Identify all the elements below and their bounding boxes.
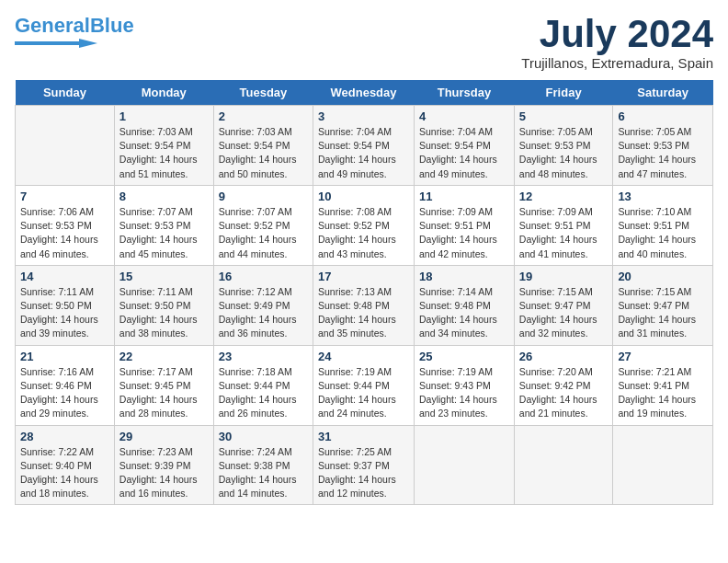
table-row: 31Sunrise: 7:25 AM Sunset: 9:37 PM Dayli… bbox=[313, 425, 415, 505]
day-info: Sunrise: 7:19 AM Sunset: 9:44 PM Dayligh… bbox=[318, 365, 409, 421]
table-row: 5Sunrise: 7:05 AM Sunset: 9:53 PM Daylig… bbox=[514, 106, 613, 186]
logo-general: General bbox=[15, 14, 90, 37]
day-info: Sunrise: 7:03 AM Sunset: 9:54 PM Dayligh… bbox=[219, 125, 308, 181]
day-info: Sunrise: 7:11 AM Sunset: 9:50 PM Dayligh… bbox=[20, 285, 109, 341]
day-info: Sunrise: 7:07 AM Sunset: 9:52 PM Dayligh… bbox=[219, 205, 308, 261]
day-info: Sunrise: 7:15 AM Sunset: 9:47 PM Dayligh… bbox=[618, 285, 708, 341]
col-saturday: Saturday bbox=[613, 80, 713, 106]
table-row bbox=[415, 425, 515, 505]
day-number: 7 bbox=[20, 190, 109, 203]
table-row: 16Sunrise: 7:12 AM Sunset: 9:49 PM Dayli… bbox=[213, 265, 313, 345]
table-row: 20Sunrise: 7:15 AM Sunset: 9:47 PM Dayli… bbox=[613, 265, 713, 345]
day-info: Sunrise: 7:06 AM Sunset: 9:53 PM Dayligh… bbox=[20, 205, 109, 261]
table-row: 2Sunrise: 7:03 AM Sunset: 9:54 PM Daylig… bbox=[213, 106, 313, 186]
col-friday: Friday bbox=[514, 80, 613, 106]
col-sunday: Sunday bbox=[16, 80, 115, 106]
day-number: 30 bbox=[219, 430, 308, 443]
day-number: 8 bbox=[119, 190, 209, 203]
day-info: Sunrise: 7:05 AM Sunset: 9:53 PM Dayligh… bbox=[618, 125, 708, 181]
table-row: 22Sunrise: 7:17 AM Sunset: 9:45 PM Dayli… bbox=[114, 345, 213, 425]
day-number: 21 bbox=[20, 350, 109, 363]
day-info: Sunrise: 7:09 AM Sunset: 9:51 PM Dayligh… bbox=[419, 205, 509, 261]
logo-blue: Blue bbox=[90, 14, 134, 37]
day-info: Sunrise: 7:16 AM Sunset: 9:46 PM Dayligh… bbox=[20, 365, 109, 421]
table-row: 29Sunrise: 7:23 AM Sunset: 9:39 PM Dayli… bbox=[114, 425, 213, 505]
day-number: 29 bbox=[119, 430, 209, 443]
page-header: GeneralBlue July 2024 Trujillanos, Extre… bbox=[15, 15, 713, 71]
table-row: 8Sunrise: 7:07 AM Sunset: 9:53 PM Daylig… bbox=[114, 185, 213, 265]
day-number: 13 bbox=[618, 190, 708, 203]
day-info: Sunrise: 7:18 AM Sunset: 9:44 PM Dayligh… bbox=[219, 365, 308, 421]
calendar-week-row: 21Sunrise: 7:16 AM Sunset: 9:46 PM Dayli… bbox=[16, 345, 713, 425]
day-number: 5 bbox=[519, 109, 609, 123]
table-row: 11Sunrise: 7:09 AM Sunset: 9:51 PM Dayli… bbox=[415, 185, 515, 265]
table-row: 1Sunrise: 7:03 AM Sunset: 9:54 PM Daylig… bbox=[114, 106, 213, 186]
calendar-week-row: 1Sunrise: 7:03 AM Sunset: 9:54 PM Daylig… bbox=[16, 106, 713, 186]
day-info: Sunrise: 7:04 AM Sunset: 9:54 PM Dayligh… bbox=[419, 125, 509, 181]
table-row: 6Sunrise: 7:05 AM Sunset: 9:53 PM Daylig… bbox=[613, 106, 713, 186]
calendar-week-row: 28Sunrise: 7:22 AM Sunset: 9:40 PM Dayli… bbox=[16, 425, 713, 505]
table-row: 7Sunrise: 7:06 AM Sunset: 9:53 PM Daylig… bbox=[16, 185, 115, 265]
day-number: 11 bbox=[419, 190, 509, 203]
table-row bbox=[613, 425, 713, 505]
table-row: 3Sunrise: 7:04 AM Sunset: 9:54 PM Daylig… bbox=[313, 106, 415, 186]
day-info: Sunrise: 7:07 AM Sunset: 9:53 PM Dayligh… bbox=[119, 205, 209, 261]
day-info: Sunrise: 7:10 AM Sunset: 9:51 PM Dayligh… bbox=[618, 205, 708, 261]
day-info: Sunrise: 7:19 AM Sunset: 9:43 PM Dayligh… bbox=[419, 365, 509, 421]
table-row: 18Sunrise: 7:14 AM Sunset: 9:48 PM Dayli… bbox=[415, 265, 515, 345]
table-row: 24Sunrise: 7:19 AM Sunset: 9:44 PM Dayli… bbox=[313, 345, 415, 425]
table-row: 23Sunrise: 7:18 AM Sunset: 9:44 PM Dayli… bbox=[213, 345, 313, 425]
table-row: 27Sunrise: 7:21 AM Sunset: 9:41 PM Dayli… bbox=[613, 345, 713, 425]
table-row: 28Sunrise: 7:22 AM Sunset: 9:40 PM Dayli… bbox=[16, 425, 115, 505]
col-monday: Monday bbox=[114, 80, 213, 106]
month-year-title: July 2024 bbox=[521, 15, 713, 53]
day-info: Sunrise: 7:03 AM Sunset: 9:54 PM Dayligh… bbox=[119, 125, 209, 181]
table-row: 19Sunrise: 7:15 AM Sunset: 9:47 PM Dayli… bbox=[514, 265, 613, 345]
day-number: 26 bbox=[519, 350, 609, 363]
calendar-table: Sunday Monday Tuesday Wednesday Thursday… bbox=[15, 80, 713, 505]
svg-rect-1 bbox=[15, 41, 81, 45]
logo-icon bbox=[15, 37, 97, 50]
table-row: 25Sunrise: 7:19 AM Sunset: 9:43 PM Dayli… bbox=[415, 345, 515, 425]
day-info: Sunrise: 7:09 AM Sunset: 9:51 PM Dayligh… bbox=[519, 205, 609, 261]
table-row: 14Sunrise: 7:11 AM Sunset: 9:50 PM Dayli… bbox=[16, 265, 115, 345]
table-row bbox=[16, 106, 115, 186]
day-number: 9 bbox=[219, 190, 308, 203]
day-info: Sunrise: 7:17 AM Sunset: 9:45 PM Dayligh… bbox=[119, 365, 209, 421]
day-info: Sunrise: 7:05 AM Sunset: 9:53 PM Dayligh… bbox=[519, 125, 609, 181]
day-info: Sunrise: 7:24 AM Sunset: 9:38 PM Dayligh… bbox=[219, 445, 308, 501]
table-row: 17Sunrise: 7:13 AM Sunset: 9:48 PM Dayli… bbox=[313, 265, 415, 345]
day-number: 27 bbox=[618, 350, 708, 363]
day-number: 24 bbox=[318, 350, 409, 363]
table-row: 12Sunrise: 7:09 AM Sunset: 9:51 PM Dayli… bbox=[514, 185, 613, 265]
svg-marker-0 bbox=[79, 39, 97, 48]
day-info: Sunrise: 7:22 AM Sunset: 9:40 PM Dayligh… bbox=[20, 445, 109, 501]
location-text: Trujillanos, Extremadura, Spain bbox=[521, 55, 713, 71]
day-number: 31 bbox=[318, 430, 409, 443]
table-row: 10Sunrise: 7:08 AM Sunset: 9:52 PM Dayli… bbox=[313, 185, 415, 265]
day-info: Sunrise: 7:12 AM Sunset: 9:49 PM Dayligh… bbox=[219, 285, 308, 341]
col-wednesday: Wednesday bbox=[313, 80, 415, 106]
table-row: 26Sunrise: 7:20 AM Sunset: 9:42 PM Dayli… bbox=[514, 345, 613, 425]
day-info: Sunrise: 7:13 AM Sunset: 9:48 PM Dayligh… bbox=[318, 285, 409, 341]
title-block: July 2024 Trujillanos, Extremadura, Spai… bbox=[521, 15, 713, 71]
col-tuesday: Tuesday bbox=[213, 80, 313, 106]
day-info: Sunrise: 7:04 AM Sunset: 9:54 PM Dayligh… bbox=[318, 125, 409, 181]
day-info: Sunrise: 7:20 AM Sunset: 9:42 PM Dayligh… bbox=[519, 365, 609, 421]
table-row: 4Sunrise: 7:04 AM Sunset: 9:54 PM Daylig… bbox=[415, 106, 515, 186]
day-info: Sunrise: 7:14 AM Sunset: 9:48 PM Dayligh… bbox=[419, 285, 509, 341]
table-row: 30Sunrise: 7:24 AM Sunset: 9:38 PM Dayli… bbox=[213, 425, 313, 505]
calendar-week-row: 14Sunrise: 7:11 AM Sunset: 9:50 PM Dayli… bbox=[16, 265, 713, 345]
logo-text: GeneralBlue bbox=[15, 15, 134, 37]
calendar-week-row: 7Sunrise: 7:06 AM Sunset: 9:53 PM Daylig… bbox=[16, 185, 713, 265]
day-number: 10 bbox=[318, 190, 409, 203]
table-row bbox=[514, 425, 613, 505]
col-thursday: Thursday bbox=[415, 80, 515, 106]
day-number: 17 bbox=[318, 270, 409, 283]
table-row: 13Sunrise: 7:10 AM Sunset: 9:51 PM Dayli… bbox=[613, 185, 713, 265]
table-row: 15Sunrise: 7:11 AM Sunset: 9:50 PM Dayli… bbox=[114, 265, 213, 345]
day-number: 23 bbox=[219, 350, 308, 363]
calendar-header-row: Sunday Monday Tuesday Wednesday Thursday… bbox=[16, 80, 713, 106]
day-number: 19 bbox=[519, 270, 609, 283]
day-info: Sunrise: 7:21 AM Sunset: 9:41 PM Dayligh… bbox=[618, 365, 708, 421]
